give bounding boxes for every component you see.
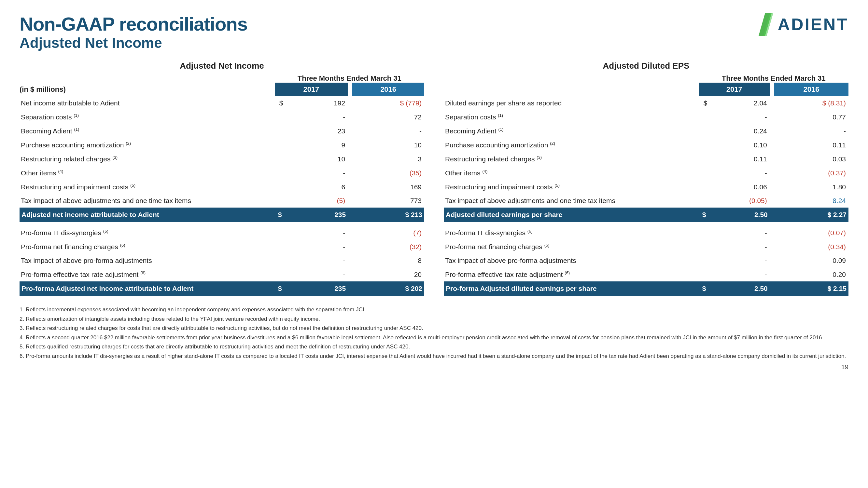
table-row: Restructuring related charges (3)103	[20, 152, 424, 166]
table-row: Tax impact of above pro-forma adjustment…	[444, 254, 848, 267]
table-row: Pro-forma effective tax rate adjustment …	[444, 267, 848, 282]
footnote: 6. Pro-forma amounts include IT dis-syne…	[20, 352, 848, 360]
logo: ADIENT	[755, 13, 848, 36]
adjusted-net-income-table: Three Months Ended March 31 (in $ millio…	[20, 74, 424, 296]
logo-text: ADIENT	[777, 14, 848, 34]
table-row: Pro-forma IT dis-synergies (6)-(7)	[20, 226, 424, 240]
table-row: Pro-forma IT dis-synergies (6)-(0.07)	[444, 226, 848, 240]
right-three-months-header: Three Months Ended March 31	[699, 74, 848, 83]
adjusted-net-income-section: Adjusted Net Income Three Months Ended M…	[20, 61, 424, 296]
right-year-2016: 2016	[774, 83, 848, 96]
table-row: Other items (4)-(35)	[20, 166, 424, 180]
logo-icon	[755, 13, 775, 36]
right-label-empty	[444, 83, 699, 96]
table-row: Pro-forma Adjusted net income attributab…	[20, 282, 424, 296]
footnote: 3. Reflects restructuring related charge…	[20, 324, 848, 332]
adjusted-diluted-eps-table: Three Months Ended March 31 2017 2016 Di…	[444, 74, 848, 296]
adjusted-diluted-eps-section: Adjusted Diluted EPS Three Months Ended …	[444, 61, 848, 296]
table-row: Tax impact of above adjustments and one …	[20, 194, 424, 207]
table-row: Restructuring related charges (3)0.110.0…	[444, 152, 848, 166]
footnote: 2. Reflects amortization of intangible a…	[20, 315, 848, 323]
table-row: Separation costs (1)-72	[20, 110, 424, 124]
table-row: Other items (4)-(0.37)	[444, 166, 848, 180]
table-row: Purchase accounting amortization (2)910	[20, 138, 424, 152]
table-row: Pro-forma net financing charges (6)-(32)	[20, 240, 424, 254]
page-title-line1: Non-GAAP reconciliations	[20, 13, 247, 35]
footnote: 5. Reflects qualified restructuring char…	[20, 343, 848, 351]
title-block: Non-GAAP reconciliations Adjusted Net In…	[20, 13, 247, 51]
main-content: Adjusted Net Income Three Months Ended M…	[20, 61, 848, 296]
footnotes: 1. Reflects incremental expenses associa…	[20, 305, 848, 360]
table-row: Becoming Adient (1)23-	[20, 124, 424, 138]
table-row: Pro-forma net financing charges (6)-(0.3…	[444, 240, 848, 254]
left-in-millions: (in $ millions)	[20, 83, 275, 96]
footnote: 1. Reflects incremental expenses associa…	[20, 305, 848, 314]
table-row: Net income attributable to Adient$192$ (…	[20, 96, 424, 110]
left-year-2016: 2016	[352, 83, 424, 96]
table-row: Adjusted diluted earnings per share$2.50…	[444, 207, 848, 222]
table-row: Restructuring and impairment costs (5)0.…	[444, 180, 848, 194]
left-section-title: Adjusted Net Income	[20, 61, 424, 71]
table-row: Adjusted net income attributable to Adie…	[20, 207, 424, 222]
table-row: Purchase accounting amortization (2)0.10…	[444, 138, 848, 152]
table-row: Tax impact of above pro-forma adjustment…	[20, 254, 424, 267]
table-row: Pro-forma Adjusted diluted earnings per …	[444, 282, 848, 296]
page-number: 19	[20, 363, 848, 371]
table-row: Pro-forma effective tax rate adjustment …	[20, 267, 424, 282]
right-label-col-header	[444, 74, 699, 83]
right-section-title: Adjusted Diluted EPS	[444, 61, 848, 71]
footnote: 4. Reflects a second quarter 2016 $22 mi…	[20, 333, 848, 342]
left-label-col-header	[20, 74, 275, 83]
page-header: Non-GAAP reconciliations Adjusted Net In…	[20, 13, 848, 51]
table-row: Tax impact of above adjustments and one …	[444, 194, 848, 207]
table-row: Diluted earnings per share as reported$2…	[444, 96, 848, 110]
left-three-months-header: Three Months Ended March 31	[275, 74, 424, 83]
right-year-2017: 2017	[699, 83, 770, 96]
page-title-line2: Adjusted Net Income	[20, 35, 247, 51]
table-row: Separation costs (1)-0.77	[444, 110, 848, 124]
left-year-2017: 2017	[275, 83, 348, 96]
table-row: Restructuring and impairment costs (5)61…	[20, 180, 424, 194]
table-row: Becoming Adient (1)0.24-	[444, 124, 848, 138]
